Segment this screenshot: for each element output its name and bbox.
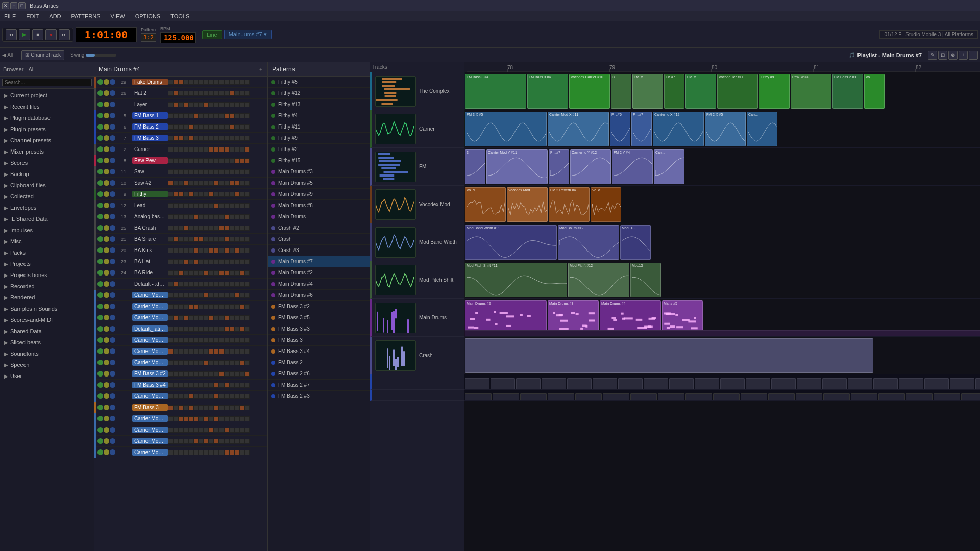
- step-pad[interactable]: [183, 248, 188, 253]
- step-pad[interactable]: [244, 405, 250, 410]
- step-pad[interactable]: [188, 248, 193, 253]
- step-pad[interactable]: [234, 136, 239, 141]
- channel-name[interactable]: BA Snare: [132, 236, 168, 242]
- step-pad[interactable]: [188, 428, 193, 433]
- channel-name[interactable]: Lead: [132, 203, 168, 208]
- menu-patterns[interactable]: PATTERNS: [69, 13, 103, 19]
- step-pad[interactable]: [168, 181, 173, 186]
- step-pad[interactable]: [224, 349, 229, 354]
- channel-solo-btn[interactable]: [104, 449, 109, 455]
- step-pad[interactable]: [219, 226, 224, 231]
- step-pad[interactable]: [209, 349, 214, 354]
- step-pad[interactable]: [234, 192, 239, 197]
- channel-solo-btn[interactable]: [104, 427, 109, 433]
- step-pad[interactable]: [224, 383, 229, 388]
- step-pad[interactable]: [168, 416, 173, 421]
- pattern-item[interactable]: FM Bass 3 #4: [268, 346, 370, 357]
- step-pad[interactable]: [173, 248, 178, 253]
- fm-bass-block-2[interactable]: [934, 393, 960, 400]
- channel-solo-btn[interactable]: [104, 214, 109, 219]
- step-pad[interactable]: [229, 383, 234, 388]
- playlist-block[interactable]: Carrier Mod X #11: [548, 112, 609, 146]
- sidebar-search-input[interactable]: [2, 79, 92, 86]
- step-pad[interactable]: [224, 181, 229, 186]
- playlist-tool-3[interactable]: ⊗: [948, 51, 958, 60]
- step-pad[interactable]: [188, 450, 193, 455]
- pattern-item[interactable]: FM Bass 2 #7: [268, 380, 370, 391]
- step-pad[interactable]: [224, 248, 229, 253]
- playlist-block[interactable]: Mod..13: [620, 225, 651, 260]
- step-pad[interactable]: [229, 315, 234, 320]
- step-pad[interactable]: [204, 124, 209, 130]
- channel-name[interactable]: Carrier Mod X #3: [132, 359, 168, 366]
- channel-row[interactable]: 8 Pew Pew: [94, 155, 267, 166]
- step-pad[interactable]: [204, 80, 209, 85]
- step-pad[interactable]: [204, 315, 209, 320]
- step-pad[interactable]: [193, 80, 199, 85]
- channel-row[interactable]: Default - :dulation X: [94, 279, 267, 290]
- playlist-block[interactable]: FM 3 X #5: [465, 112, 547, 146]
- stop-button[interactable]: ■: [32, 29, 43, 40]
- channel-row[interactable]: 25 BA Crash: [94, 222, 267, 234]
- step-pad[interactable]: [229, 113, 234, 118]
- step-pad[interactable]: [193, 394, 199, 399]
- step-pad[interactable]: [224, 226, 229, 231]
- step-pad[interactable]: [188, 405, 193, 410]
- step-pad[interactable]: [173, 158, 178, 163]
- step-pad[interactable]: [219, 428, 224, 433]
- channel-pads[interactable]: [168, 304, 267, 309]
- track-label-vocodex-mod[interactable]: Vocodex Mod: [370, 186, 464, 223]
- step-pad[interactable]: [244, 259, 250, 264]
- channel-mute-btn[interactable]: [97, 236, 103, 242]
- step-pad[interactable]: [199, 360, 204, 365]
- channel-name[interactable]: FM Bass 3 #4: [132, 382, 168, 388]
- skip-back-button[interactable]: ⏮: [6, 29, 17, 40]
- playlist-block[interactable]: Ch #7: [664, 74, 684, 109]
- step-pad[interactable]: [214, 214, 219, 219]
- playlist-block[interactable]: Vo..d: [591, 187, 621, 222]
- step-pad[interactable]: [219, 102, 224, 107]
- step-pad[interactable]: [219, 394, 224, 399]
- step-pad[interactable]: [168, 136, 173, 141]
- fm-bass-block[interactable]: [746, 378, 770, 389]
- step-pad[interactable]: [219, 383, 224, 388]
- step-pad[interactable]: [214, 147, 219, 152]
- sidebar-item-scores[interactable]: ▶Scores: [0, 157, 94, 168]
- pattern-item[interactable]: FM Bass 3 #5: [268, 312, 370, 323]
- channel-select-btn[interactable]: [110, 427, 115, 433]
- step-pad[interactable]: [244, 282, 250, 287]
- step-pad[interactable]: [183, 439, 188, 444]
- step-pad[interactable]: [239, 327, 244, 332]
- playlist-block[interactable]: [465, 338, 873, 373]
- step-pad[interactable]: [178, 282, 183, 287]
- fm-bass-block-2[interactable]: [658, 393, 684, 400]
- playlist-block[interactable]: Carr...: [747, 112, 777, 146]
- sidebar-item-misc[interactable]: ▶Misc: [0, 236, 94, 247]
- step-pad[interactable]: [188, 394, 193, 399]
- step-pad[interactable]: [229, 226, 234, 231]
- step-pad[interactable]: [178, 91, 183, 96]
- step-pad[interactable]: [229, 439, 234, 444]
- step-pad[interactable]: [188, 338, 193, 343]
- menu-view[interactable]: VIEW: [109, 13, 127, 19]
- step-pad[interactable]: [173, 428, 178, 433]
- step-pad[interactable]: [199, 338, 204, 343]
- channel-pads[interactable]: [168, 371, 267, 377]
- step-pad[interactable]: [199, 282, 204, 287]
- channel-pads[interactable]: [168, 102, 267, 107]
- step-pad[interactable]: [188, 80, 193, 85]
- channel-row[interactable]: 7 FM Bass 3: [94, 133, 267, 144]
- step-pad[interactable]: [193, 124, 199, 130]
- channel-mute-btn[interactable]: [97, 247, 103, 253]
- step-pad[interactable]: [193, 327, 199, 332]
- channel-row[interactable]: 29 Fake Drums: [94, 77, 267, 88]
- step-pad[interactable]: [193, 450, 199, 455]
- step-pad[interactable]: [239, 226, 244, 231]
- channel-pads[interactable]: [168, 338, 267, 343]
- channel-row[interactable]: FM Bass 3 #2: [94, 368, 267, 380]
- channel-select-btn[interactable]: [110, 315, 115, 320]
- step-pad[interactable]: [183, 214, 188, 219]
- step-pad[interactable]: [188, 226, 193, 231]
- step-pad[interactable]: [219, 270, 224, 276]
- channel-select-btn[interactable]: [110, 449, 115, 455]
